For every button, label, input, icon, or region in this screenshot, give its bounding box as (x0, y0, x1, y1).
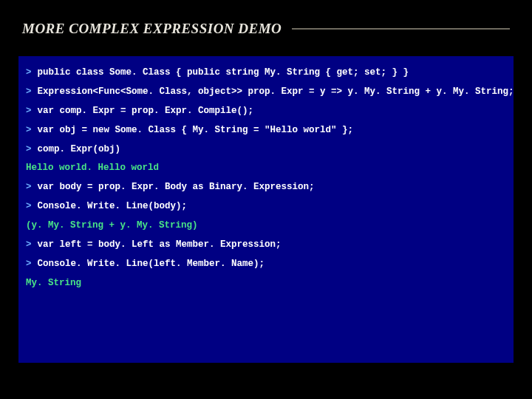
prompt-icon: > (24, 181, 38, 194)
console-input-line: >var comp. Expr = prop. Expr. Compile(); (24, 105, 508, 117)
console-panel: >public class Some. Class { public strin… (18, 56, 514, 363)
slide-title: MORE COMPLEX EXPRESSION DEMO (22, 21, 292, 37)
command-text: Expression<Func<Some. Class, object>> pr… (38, 86, 514, 98)
console-input-line: >var left = body. Left as Member. Expres… (24, 239, 508, 251)
console-output-line: (y. My. String + y. My. String) (24, 219, 508, 232)
console-output-line: Hello world. Hello world (24, 162, 508, 174)
prompt-icon: > (24, 66, 38, 79)
prompt-icon: > (24, 258, 38, 270)
console-input-line: >comp. Expr(obj) (24, 143, 508, 156)
prompt-icon: > (24, 143, 38, 156)
command-text: comp. Expr(obj) (38, 143, 121, 156)
title-rule (292, 28, 510, 30)
command-text: var obj = new Some. Class { My. String =… (38, 124, 354, 137)
console-input-line: >Console. Write. Line(left. Member. Name… (24, 258, 508, 270)
console-output-line: My. String (24, 277, 508, 290)
command-text: Console. Write. Line(body); (38, 200, 188, 213)
prompt-icon: > (24, 239, 38, 251)
prompt-icon: > (24, 200, 38, 213)
command-text: var body = prop. Expr. Body as Binary. E… (38, 181, 315, 194)
prompt-icon: > (24, 105, 38, 117)
command-text: var comp. Expr = prop. Expr. Compile(); (38, 105, 254, 117)
command-text: public class Some. Class { public string… (38, 66, 409, 79)
command-text: var left = body. Left as Member. Express… (38, 239, 282, 251)
console-input-line: >var obj = new Some. Class { My. String … (24, 124, 508, 137)
slide: MORE COMPLEX EXPRESSION DEMO >public cla… (0, 0, 532, 399)
console-input-line: >var body = prop. Expr. Body as Binary. … (24, 181, 508, 194)
prompt-icon: > (24, 86, 38, 98)
console-input-line: >Console. Write. Line(body); (24, 200, 508, 213)
title-row: MORE COMPLEX EXPRESSION DEMO (0, 0, 532, 41)
prompt-icon: > (24, 124, 38, 137)
command-text: Console. Write. Line(left. Member. Name)… (38, 258, 265, 270)
console-input-line: >Expression<Func<Some. Class, object>> p… (24, 86, 508, 98)
console-input-line: >public class Some. Class { public strin… (24, 66, 508, 79)
